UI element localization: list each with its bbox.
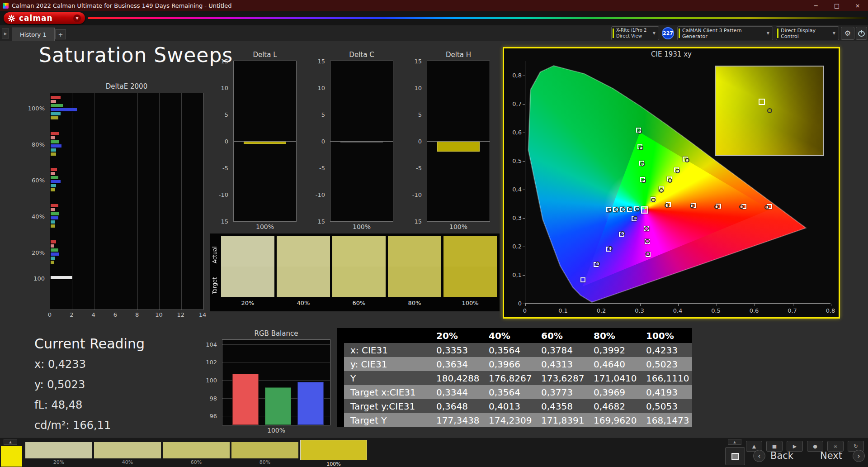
cie-measured-point [714, 205, 719, 209]
deltae-x-axis: 02468101214 [50, 310, 203, 319]
add-tab-button[interactable]: + [55, 29, 66, 39]
app-icon [3, 3, 9, 9]
deltae-bar [51, 204, 58, 207]
pattern-patch[interactable]: 60% [163, 442, 230, 466]
deltae-bar [51, 136, 55, 139]
tab-scroll-button[interactable]: ▶ [2, 29, 9, 38]
rgb-balance-title: RGB Balance [222, 329, 330, 338]
close-button[interactable]: × [847, 0, 868, 11]
cie-y-tick: 0,5 [505, 157, 522, 164]
deltae-x-tick: 4 [89, 311, 98, 318]
deltae-bar [51, 116, 58, 119]
cie-x-tick: 0,5 [710, 307, 722, 314]
swatch-item: 40% [277, 236, 330, 311]
swatch-target-half [388, 267, 441, 297]
row-label-cell: Target x:CIE31 [344, 385, 430, 399]
delta-h-plot-area [427, 61, 490, 222]
cie-x-tick: 0,1 [557, 307, 570, 314]
power-button[interactable] [856, 27, 867, 40]
chevron-down-icon[interactable]: ▼ [73, 14, 81, 22]
expand-right-panel-button[interactable]: ▲ [728, 439, 741, 445]
pattern-patch[interactable]: 20% [25, 442, 92, 466]
swatch-target-half [221, 267, 274, 297]
display-control-dropdown[interactable]: Direct Display Control ▼ [776, 26, 839, 40]
pattern-patch-color [231, 442, 298, 458]
swatch-item: 60% [332, 236, 386, 311]
deltae-bar [51, 257, 55, 260]
swatch-actual-half [332, 236, 386, 267]
cie-axis-tick [523, 304, 525, 304]
deltae-y-axis: 100%80%60%40%20%100 [26, 95, 47, 312]
cie-measured-point [764, 205, 769, 210]
stop-icon: ■ [772, 443, 777, 449]
next-label[interactable]: Next [820, 450, 842, 461]
chevron-down-icon: ▼ [650, 31, 659, 35]
delta-y-tick: 10 [311, 85, 325, 91]
table-row: y: CIE310,36340,39660,43130,46400,5023 [344, 357, 692, 371]
value-cell: 0,3992 [587, 343, 640, 357]
swatch-actual-half [388, 236, 441, 267]
pattern-patch-color [25, 442, 92, 458]
calman-menu-button[interactable]: calman ▼ [4, 12, 85, 24]
cie-y-tick: 0,8 [505, 72, 522, 79]
swatch-color [221, 236, 274, 297]
swatch-color [332, 236, 386, 297]
deltae-bar [51, 140, 59, 143]
rgb-gridline [222, 344, 330, 345]
settings-button[interactable]: ⚙ [841, 27, 854, 40]
deltae-bar [51, 261, 54, 264]
minimize-button[interactable]: − [806, 0, 826, 11]
rgb-plot-area [222, 339, 330, 425]
swatch-item: 20% [221, 236, 274, 311]
value-cell: 0,3353 [430, 343, 482, 357]
delta-y-tick: -10 [214, 191, 228, 198]
pattern-patch[interactable]: 40% [94, 442, 161, 466]
back-button[interactable]: ‹ [753, 450, 765, 462]
pattern-patch[interactable]: 80% [231, 442, 298, 466]
deltae-gridline [159, 93, 160, 310]
inset-target-marker [759, 99, 765, 105]
value-cell: 0,3784 [535, 343, 587, 357]
delta-c-chart: Delta C 151050-5-10-15 100% [309, 51, 398, 245]
cie-axis-tick [523, 275, 525, 276]
table-header-cell: 100% [640, 328, 692, 343]
cie-axis-tick [523, 161, 525, 162]
pattern-patch[interactable]: 100% [300, 442, 367, 467]
meter-dropdown[interactable]: X-Rite i1Pro 2 Direct View ▼ [611, 26, 659, 40]
pattern-generator-dropdown[interactable]: CalMAN Client 3 Pattern Generator ▼ [677, 26, 773, 40]
cie-y-tick: 0,2 [505, 243, 522, 250]
deltae-plot-area [50, 93, 203, 310]
deltae-bar [51, 180, 61, 183]
delta-h-chart: Delta H 151050-5-10-15 100% [406, 51, 495, 245]
table-header-cell: 60% [535, 328, 587, 343]
next-button[interactable]: › [853, 450, 865, 462]
value-cell: 0,5023 [640, 357, 692, 371]
pattern-patch-color [163, 442, 230, 458]
maximize-button[interactable]: □ [826, 0, 847, 11]
window-title: Calman 2022 Calman Ultimate for Business… [12, 2, 232, 9]
row-label-cell: Target y:CIE31 [344, 399, 430, 413]
cie-axis-tick [523, 247, 525, 247]
expand-left-panel-button[interactable]: ▲ [4, 439, 17, 445]
deltae-bar [51, 276, 72, 279]
back-label[interactable]: Back [770, 450, 793, 461]
cie-axis-tick [523, 218, 525, 219]
pattern-patch-color [300, 440, 367, 460]
tab-history-1[interactable]: History 1 [12, 28, 55, 41]
deltae-bar [51, 168, 57, 171]
pattern-window-button[interactable] [725, 447, 745, 465]
brand-name: calman [19, 14, 53, 23]
display-control-label: Direct Display Control [781, 28, 830, 39]
deltae-bar [51, 132, 59, 135]
rgb-y-tick: 100 [202, 377, 217, 384]
deltae-x-tick: 0 [45, 311, 54, 318]
cie-1931-panel: CIE 1931 xy 00,10,20,30,40,50,60,70,8 00… [503, 47, 840, 319]
current-reading-title: Current Reading [34, 336, 145, 352]
rgb-y-tick: 104 [202, 341, 217, 348]
value-cell: 180,4288 [430, 371, 482, 385]
deltae-bar [51, 176, 58, 179]
value-cell: 0,3344 [430, 385, 482, 399]
table-header-cell: 40% [482, 328, 535, 343]
swatch-item: 80% [388, 236, 441, 311]
deltae-bar [51, 208, 55, 211]
